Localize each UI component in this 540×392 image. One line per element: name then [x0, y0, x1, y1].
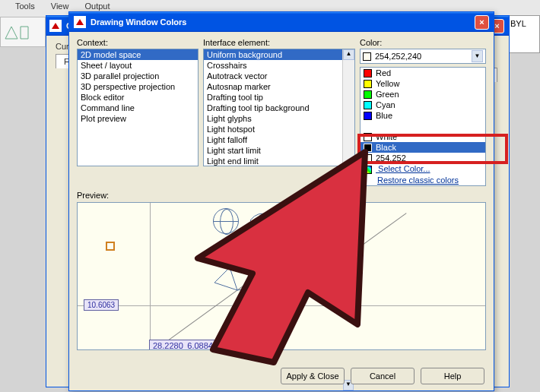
color-option-cyan[interactable]: Cyan	[361, 100, 485, 110]
select-color-link[interactable]: Select Color...	[361, 163, 485, 175]
app-icon	[49, 20, 62, 32]
titlebar[interactable]: Drawing Window Colors ×	[69, 12, 494, 32]
color-option-white[interactable]: White	[361, 131, 485, 142]
context-item[interactable]: 3D perspective projection	[78, 81, 198, 92]
scroll-up-icon[interactable]: ▲	[343, 49, 354, 60]
coord-readout-2: 28.2280 6.0884	[149, 340, 217, 350]
menu-output[interactable]: Output	[84, 2, 110, 11]
interface-element-item[interactable]: Light end limit	[204, 156, 342, 166]
color-swatch	[364, 144, 372, 152]
context-item[interactable]: Sheet / layout	[78, 60, 198, 71]
help-button[interactable]: Help	[421, 368, 484, 384]
color-combobox[interactable]: 254,252,240 ▼	[360, 49, 486, 64]
color-swatch	[364, 90, 372, 99]
color-value: 254,252,240	[375, 52, 421, 61]
interface-element-item[interactable]: Autosnap marker	[204, 81, 342, 92]
color-option-red[interactable]: Red	[361, 68, 485, 78]
chevron-down-icon[interactable]: ▼	[472, 50, 483, 62]
color-label: Color:	[360, 38, 486, 47]
context-item[interactable]: Command line	[78, 103, 198, 113]
interface-element-item[interactable]: Uniform background	[204, 49, 342, 60]
interface-element-item[interactable]: Autotrack vector	[204, 71, 342, 81]
apply-close-button[interactable]: Apply & Close	[281, 368, 345, 384]
interface-element-item[interactable]: Drafting tool tip	[204, 92, 342, 103]
context-item[interactable]: Block editor	[78, 92, 198, 103]
restore-classic-colors-link[interactable]: Restore classic colors	[374, 175, 485, 185]
menu-tools[interactable]: Tools	[15, 2, 35, 11]
cancel-button[interactable]: Cancel	[351, 368, 415, 384]
interface-element-listbox[interactable]: Uniform backgroundCrosshairsAutotrack ve…	[203, 49, 355, 166]
context-item[interactable]: Plot preview	[78, 113, 198, 124]
interface-element-item[interactable]: Light start limit	[204, 145, 342, 156]
color-option-label: Yellow	[376, 79, 399, 88]
toolbar-icons	[1, 17, 46, 46]
color-option-label: Cyan	[376, 100, 395, 109]
color-option-label: 254,252	[376, 153, 406, 163]
color-option-label: Red	[376, 68, 391, 77]
color-option-label: White	[376, 132, 397, 141]
autosnap-marker-icon	[106, 242, 115, 251]
color-option-label: Blue	[376, 111, 392, 120]
color-option-custom[interactable]: 254,252	[361, 153, 485, 163]
color-swatch	[364, 133, 372, 141]
drawing-window-colors-dialog: Drawing Window Colors × Context: 2D mode…	[68, 11, 494, 391]
light-glyph-icon	[246, 209, 284, 232]
color-option-label: Black	[376, 143, 396, 152]
dialog-title: Drawing Window Colors	[91, 17, 186, 27]
close-icon: ×	[479, 17, 484, 27]
interface-element-item[interactable]: Light glyphs	[204, 113, 342, 124]
context-label: Context:	[77, 38, 199, 47]
color-option-label: Green	[376, 90, 399, 99]
camera-glyph-icon	[207, 252, 298, 298]
color-wheel-icon	[364, 166, 372, 174]
menu-view[interactable]: View	[51, 2, 69, 11]
color-option-blue[interactable]: Blue	[361, 110, 485, 121]
context-listbox[interactable]: 2D model spaceSheet / layout3D parallel …	[77, 49, 199, 166]
color-dropdown-list[interactable]: RedYellowGreenCyanBlueWhiteBlack254,252 …	[360, 67, 486, 186]
color-option-yellow[interactable]: Yellow	[361, 78, 485, 89]
color-option-green[interactable]: Green	[361, 89, 485, 100]
app-icon	[74, 16, 86, 28]
color-option-black[interactable]: Black	[361, 142, 485, 153]
close-button[interactable]: ×	[475, 15, 489, 30]
interface-element-item[interactable]: Drafting tool tip background	[204, 103, 342, 113]
context-item[interactable]: 2D model space	[78, 49, 198, 60]
color-swatch	[364, 80, 372, 88]
color-swatch	[364, 101, 372, 109]
color-swatch	[363, 52, 371, 61]
preview-area: 10.6063 28.2280 6.0884	[77, 202, 486, 350]
interface-element-item[interactable]: Light hotspot	[204, 124, 342, 134]
interface-element-item[interactable]: Crosshairs	[204, 60, 342, 71]
color-swatch	[364, 112, 372, 120]
scrollbar[interactable]: ▲ ▼	[342, 49, 354, 166]
interface-element-item[interactable]: Light falloff	[204, 134, 342, 145]
globe-glyph-icon	[213, 208, 239, 234]
color-swatch	[364, 69, 372, 77]
interface-element-label: Interface element:	[203, 38, 355, 47]
preview-label: Preview:	[77, 191, 486, 200]
coord-readout-1: 10.6063	[84, 299, 119, 311]
context-item[interactable]: 3D parallel projection	[78, 71, 198, 81]
color-swatch	[364, 154, 372, 163]
